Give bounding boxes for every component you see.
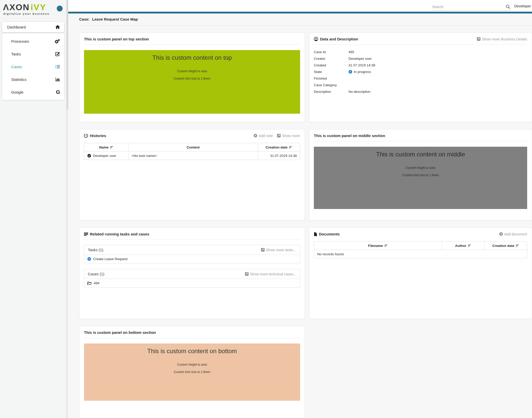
folder-open-icon — [87, 281, 92, 285]
divider — [84, 44, 300, 45]
top-custom-line1: Custom height to auto — [84, 69, 300, 73]
documents-col-filename[interactable]: Filename — [314, 242, 442, 250]
gears-icon — [54, 39, 60, 44]
show-more-business-details-label: Show more Business Details — [482, 37, 527, 41]
main-area: Developer Case:Leave Request Case Map Th… — [68, 0, 532, 418]
show-more-tasks-label: Show more tasks... — [266, 248, 296, 252]
sidebar-toggle-button[interactable] — [57, 6, 63, 11]
related-task-item[interactable]: Create Leave Request — [84, 255, 300, 263]
case-label: Case: — [79, 17, 90, 21]
field-value-state: In progress — [348, 70, 371, 74]
middle-custom-content-title: This is custom content on middle — [314, 147, 527, 158]
history-content: <No task name> — [128, 152, 258, 160]
search-field — [432, 3, 510, 11]
show-more-business-details-link[interactable]: Show more Business Details — [477, 37, 527, 41]
histories-col-name[interactable]: Name — [84, 143, 129, 152]
top-custom-content-title: This is custom content on top — [84, 50, 300, 61]
show-more-technical-cases-label: Show more technical cases... — [250, 272, 296, 276]
related-cases-title: Cases (1) — [88, 272, 104, 276]
related-title-wrap: Related running tasks and cases — [84, 232, 149, 236]
sidebar-item-tasks[interactable]: Tasks — [2, 48, 64, 60]
sort-icon — [289, 146, 292, 149]
sidebar-menu: Processes — [2, 33, 64, 100]
histories-table: Name Content Creation date Developer use… — [84, 143, 300, 160]
add-note-link[interactable]: Add note — [254, 134, 273, 138]
bottom-custom-content-box: This is custom content on bottom Custom … — [84, 344, 300, 401]
add-document-link[interactable]: Add document — [499, 232, 527, 236]
related-panel: Related running tasks and cases Tasks (1… — [79, 228, 305, 319]
documents-col-date[interactable]: Creation date — [484, 242, 527, 250]
external-link-icon — [477, 37, 481, 41]
documents-panel: Documents Add document — [309, 228, 532, 319]
field-label: Case Id — [314, 50, 348, 54]
sidebar-item-processes[interactable]: Processes — [2, 35, 64, 48]
show-more-tasks-link[interactable]: Show more tasks... — [261, 248, 296, 252]
check-circle-icon — [87, 154, 91, 158]
bottom-custom-content-title: This is custom content on bottom — [84, 344, 300, 355]
search-input[interactable] — [432, 5, 506, 9]
in-progress-icon — [348, 70, 352, 74]
brand-axon: ΛXON — [3, 2, 30, 12]
user-menu[interactable]: Developer — [514, 4, 531, 8]
sidebar-item-dashboard[interactable]: Dashboard — [2, 22, 64, 32]
history-row: Developer user <No task name> 31.07.2019… — [84, 152, 300, 160]
topbar: Developer — [68, 0, 532, 13]
col-label: Name — [99, 145, 109, 149]
sidebar-item-statistics[interactable]: Statistics — [2, 73, 64, 86]
field-label: Finished — [314, 77, 348, 80]
middle-custom-line2: Custom font size to 1.6rem — [314, 173, 527, 177]
top-custom-content-box: This is custom content on top Custom hei… — [84, 50, 300, 114]
top-custom-panel: This is custom panel on top section This… — [79, 33, 305, 122]
field-label: Creator — [314, 57, 348, 61]
statistics-label: Statistics — [11, 77, 55, 82]
related-case-item[interactable]: 494 — [84, 279, 300, 287]
data-description-title: Data and Description — [320, 37, 358, 41]
histories-title: Histories — [90, 133, 106, 138]
field-label: Case Category — [314, 83, 348, 87]
document-icon — [314, 232, 317, 236]
middle-custom-content-box: This is custom content on middle Custom … — [314, 147, 527, 209]
middle-custom-panel: This is custom panel on middle section T… — [309, 129, 532, 220]
panel-grid: This is custom panel on top section This… — [79, 33, 532, 418]
page-title: Case:Leave Request Case Map — [79, 17, 532, 21]
field-label: Description — [314, 90, 348, 94]
no-records-text: No records found. — [314, 250, 527, 258]
col-label: Content — [187, 145, 200, 149]
sidebar-item-cases[interactable]: Cases — [2, 60, 64, 73]
sidebar-item-google[interactable]: Google G — [2, 86, 64, 98]
histories-col-content[interactable]: Content — [128, 143, 258, 152]
data-description-panel: Data and Description Show more Business … — [309, 33, 532, 122]
bottom-custom-panel: This is custom panel on bottom section T… — [79, 326, 305, 418]
content: Case:Leave Request Case Map This is cust… — [68, 13, 532, 418]
col-label: Author — [455, 244, 466, 248]
documents-table: Filename Author Creation date No records… — [314, 241, 527, 258]
cases-label: Cases — [11, 65, 55, 69]
col-label: Filename — [368, 244, 383, 248]
plus-circle-icon — [254, 134, 257, 138]
related-cases-box: Cases (1) Show more technical cases... — [84, 269, 300, 288]
field-label: State — [314, 70, 348, 74]
case-title: Leave Request Case Map — [92, 17, 138, 21]
list-bars-icon — [84, 232, 88, 236]
show-more-technical-cases-link[interactable]: Show more technical cases... — [245, 272, 296, 276]
divider — [314, 141, 527, 141]
history-icon — [84, 134, 88, 138]
histories-title-wrap: Histories — [84, 133, 106, 138]
bottom-custom-panel-title: This is custom panel on bottom section — [84, 330, 156, 335]
histories-col-date[interactable]: Creation date — [258, 143, 300, 152]
documents-col-author[interactable]: Author — [442, 242, 484, 250]
related-case-label: 494 — [94, 281, 100, 285]
person-circle-icon — [314, 37, 318, 41]
col-label: Creation date — [492, 244, 514, 248]
search-icon[interactable] — [506, 4, 510, 9]
sidebar-scrollbar[interactable] — [66, 0, 68, 418]
sort-icon — [110, 146, 113, 149]
sidebar: ΛXONiVY digitalize your business Dashboa… — [0, 0, 66, 418]
divider — [84, 338, 300, 338]
sort-icon — [384, 244, 388, 247]
brand-tagline: digitalize your business — [0, 12, 66, 15]
histories-panel: Histories Add note — [79, 129, 305, 220]
title-divider — [79, 25, 532, 26]
logo: ΛXONiVY — [0, 0, 66, 12]
histories-show-more-link[interactable]: Show more — [277, 134, 300, 138]
